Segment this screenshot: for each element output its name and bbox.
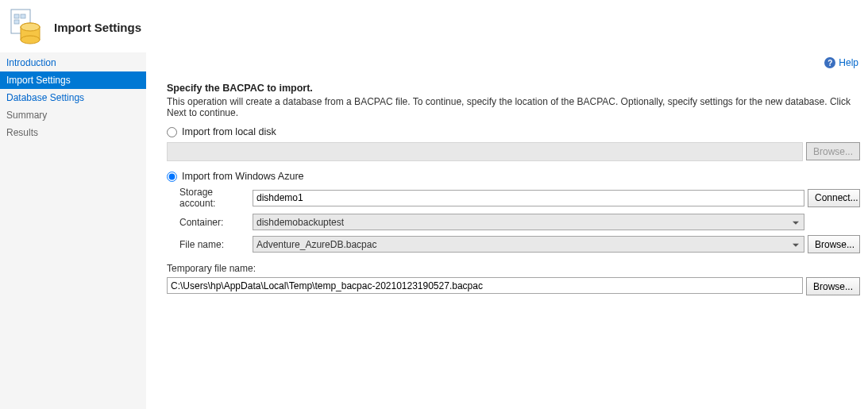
connect-button[interactable]: Connect... xyxy=(808,189,860,207)
wizard-sidebar: Introduction Import Settings Database Se… xyxy=(0,52,146,409)
filename-combo[interactable]: Adventure_AzureDB.bacpac xyxy=(253,236,804,253)
browse-temp-button[interactable]: Browse... xyxy=(806,277,860,295)
storage-account-label: Storage account: xyxy=(167,187,249,209)
local-path-input xyxy=(167,142,803,161)
container-combo[interactable]: dishdemobackuptest xyxy=(253,214,804,230)
browse-azure-button[interactable]: Browse... xyxy=(808,235,860,253)
help-icon: ? xyxy=(824,57,835,68)
sidebar-item-summary[interactable]: Summary xyxy=(0,106,146,124)
sidebar-item-results[interactable]: Results xyxy=(0,124,146,141)
help-link[interactable]: ? Help xyxy=(824,57,858,68)
sidebar-item-database-settings[interactable]: Database Settings xyxy=(0,89,146,106)
svg-rect-1 xyxy=(14,14,19,18)
svg-point-7 xyxy=(21,23,40,31)
radio-import-local[interactable]: Import from local disk xyxy=(167,126,860,137)
help-label: Help xyxy=(839,57,858,68)
import-database-icon xyxy=(6,8,44,46)
radio-import-local-label: Import from local disk xyxy=(182,126,276,137)
page-title: Import Settings xyxy=(54,21,141,34)
header: Import Settings xyxy=(0,0,868,52)
radio-import-azure-label: Import from Windows Azure xyxy=(182,171,304,182)
section-heading: Specify the BACPAC to import. xyxy=(167,83,860,94)
storage-account-input[interactable] xyxy=(253,190,804,206)
section-description: This operation will create a database fr… xyxy=(167,96,860,118)
radio-import-azure[interactable]: Import from Windows Azure xyxy=(167,171,860,182)
sidebar-item-import-settings[interactable]: Import Settings xyxy=(0,71,146,89)
filename-label: File name: xyxy=(167,239,249,250)
container-label: Container: xyxy=(167,217,249,228)
temp-filename-input[interactable] xyxy=(167,277,803,294)
main-panel: ? Help Specify the BACPAC to import. Thi… xyxy=(146,52,868,409)
svg-point-6 xyxy=(21,36,40,44)
radio-import-azure-input[interactable] xyxy=(167,172,177,182)
sidebar-item-introduction[interactable]: Introduction xyxy=(0,54,146,71)
browse-local-button: Browse... xyxy=(806,142,860,160)
filename-value: Adventure_AzureDB.bacpac xyxy=(257,239,376,250)
container-value: dishdemobackuptest xyxy=(257,217,344,228)
temp-filename-label: Temporary file name: xyxy=(167,263,860,274)
svg-rect-3 xyxy=(14,20,19,24)
radio-import-local-input[interactable] xyxy=(167,127,177,137)
svg-rect-2 xyxy=(21,14,25,18)
